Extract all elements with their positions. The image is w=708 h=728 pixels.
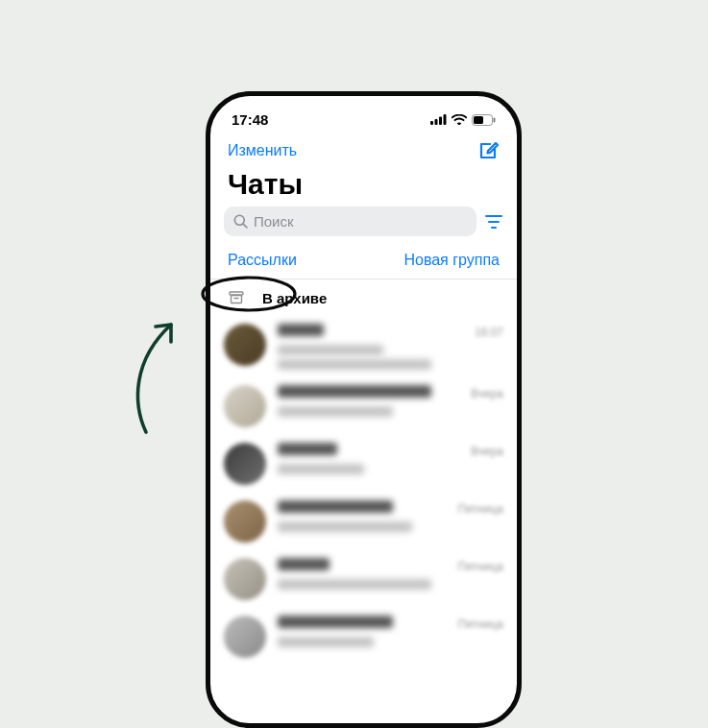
avatar xyxy=(224,558,266,600)
avatar xyxy=(224,500,266,543)
chat-name-blurred xyxy=(278,385,431,398)
chat-body: Пятница xyxy=(278,616,503,647)
chat-item[interactable]: Вчера xyxy=(210,377,517,435)
svg-rect-12 xyxy=(230,292,243,295)
chat-body: Пятница xyxy=(278,500,503,532)
chat-top-row: 16:07 xyxy=(278,324,503,339)
broadcast-button[interactable]: Рассылки xyxy=(228,252,297,269)
action-row: Рассылки Новая группа xyxy=(210,244,517,279)
chat-time: Пятница xyxy=(458,502,504,516)
svg-rect-5 xyxy=(474,116,483,124)
compose-icon xyxy=(476,139,500,162)
annotation-arrow xyxy=(125,307,211,442)
chat-time: 16:07 xyxy=(475,326,503,339)
status-bar: 17:48 xyxy=(210,109,517,133)
chat-top-row: Пятница xyxy=(278,558,503,573)
chat-preview-blurred xyxy=(278,637,374,647)
avatar xyxy=(224,385,266,427)
chat-body: Вчера xyxy=(278,443,503,474)
search-row: Поиск xyxy=(210,206,517,244)
compose-button[interactable] xyxy=(476,139,500,162)
chat-preview-blurred xyxy=(278,345,383,355)
svg-rect-6 xyxy=(494,117,496,122)
chat-item[interactable]: Пятница xyxy=(210,493,517,550)
chat-top-row: Вчера xyxy=(278,385,503,400)
cellular-icon xyxy=(430,114,447,125)
chat-top-row: Пятница xyxy=(278,616,503,631)
filter-button[interactable] xyxy=(484,213,503,231)
chat-preview-blurred xyxy=(278,359,431,370)
chat-item[interactable]: Пятница xyxy=(210,550,517,608)
chat-top-row: Пятница xyxy=(278,500,503,516)
status-icons xyxy=(430,114,496,126)
filter-icon xyxy=(484,213,503,231)
chat-name-blurred xyxy=(278,324,324,336)
svg-rect-13 xyxy=(232,296,242,303)
wifi-icon xyxy=(452,114,467,125)
avatar xyxy=(224,616,266,658)
phone-screen: 17:48 Изменить Чаты xyxy=(210,96,517,723)
chat-item[interactable]: 16:07 xyxy=(210,316,517,377)
chat-item[interactable]: Пятница xyxy=(210,608,517,666)
archive-icon xyxy=(228,289,245,306)
chat-preview-blurred xyxy=(278,579,431,590)
chat-preview-blurred xyxy=(278,406,393,417)
new-group-button[interactable]: Новая группа xyxy=(403,252,500,269)
chat-time: Пятница xyxy=(458,618,504,631)
chat-list: 16:07ВчераВчераПятницаПятницаПятница xyxy=(210,316,517,666)
search-input[interactable]: Поиск xyxy=(224,206,476,236)
chat-preview-blurred xyxy=(278,464,364,474)
phone-frame: 17:48 Изменить Чаты xyxy=(206,91,522,728)
search-icon xyxy=(233,214,248,229)
edit-button[interactable]: Изменить xyxy=(228,142,297,159)
chat-name-blurred xyxy=(278,616,393,628)
avatar xyxy=(224,324,266,366)
archive-label: В архиве xyxy=(262,290,327,306)
chat-item[interactable]: Вчера xyxy=(210,435,517,493)
chat-time: Пятница xyxy=(458,560,504,573)
chat-name-blurred xyxy=(278,443,337,455)
header-row: Изменить xyxy=(210,133,517,166)
chat-body: Вчера xyxy=(278,385,503,417)
chat-time: Вчера xyxy=(471,387,503,400)
chat-top-row: Вчера xyxy=(278,443,503,458)
svg-line-8 xyxy=(243,224,247,228)
chat-body: Пятница xyxy=(278,558,503,590)
svg-rect-3 xyxy=(444,114,447,125)
chat-body: 16:07 xyxy=(278,324,503,370)
archive-row[interactable]: В архиве xyxy=(210,279,517,316)
search-placeholder: Поиск xyxy=(254,213,294,230)
page-title: Чаты xyxy=(210,166,517,206)
status-time: 17:48 xyxy=(232,111,268,128)
svg-rect-1 xyxy=(435,119,438,125)
svg-rect-0 xyxy=(430,121,433,125)
chat-name-blurred xyxy=(278,500,393,513)
chat-time: Вчера xyxy=(471,445,503,458)
avatar xyxy=(224,443,266,485)
svg-rect-2 xyxy=(439,117,442,126)
chat-preview-blurred xyxy=(278,522,412,532)
battery-icon xyxy=(472,114,496,126)
chat-name-blurred xyxy=(278,558,330,570)
